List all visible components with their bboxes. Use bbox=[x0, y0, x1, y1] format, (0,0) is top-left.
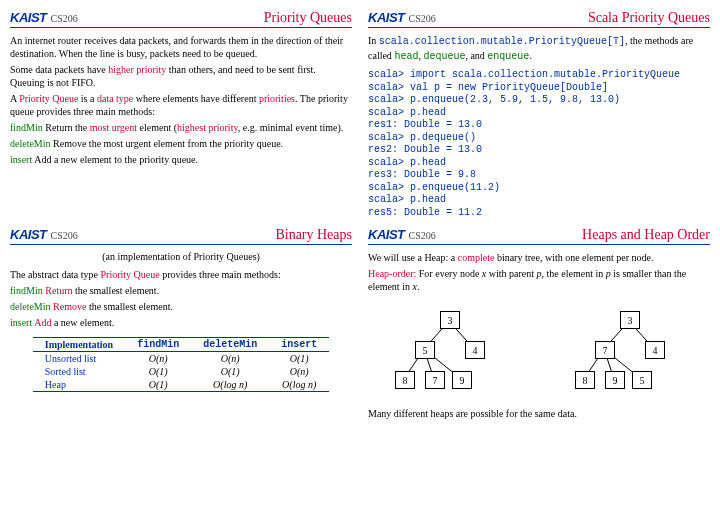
tree-node: 3 bbox=[440, 311, 460, 329]
th-insert: insert bbox=[269, 338, 329, 352]
paragraph: An internet router receives data packets… bbox=[10, 34, 352, 60]
kaist-logo: KAIST bbox=[10, 227, 47, 242]
table-row: Heap O(1) O(log n) O(log n) bbox=[33, 378, 329, 392]
slide-body: In scala.collection.mutable.PriorityQueu… bbox=[368, 34, 710, 219]
paragraph: We will use a Heap: a complete binary tr… bbox=[368, 251, 710, 264]
tree-node: 9 bbox=[605, 371, 625, 389]
method-deletemin: deleteMin Remove the smallest element. bbox=[10, 300, 352, 313]
slide-scala-pq: KAIST CS206 Scala Priority Queues In sca… bbox=[368, 10, 710, 219]
tree-node: 9 bbox=[452, 371, 472, 389]
heap-tree-1: 3 5 4 8 7 9 bbox=[389, 307, 509, 397]
course-code: CS206 bbox=[51, 13, 78, 24]
kaist-logo: KAIST bbox=[368, 227, 405, 242]
tree-node: 8 bbox=[575, 371, 595, 389]
slide-header: KAIST CS206 Heaps and Heap Order bbox=[368, 227, 710, 245]
subtitle: (an implementation of Priority Queues) bbox=[10, 251, 352, 262]
slide-body: (an implementation of Priority Queues) T… bbox=[10, 251, 352, 392]
tree-node: 4 bbox=[645, 341, 665, 359]
slide-binary-heaps: KAIST CS206 Binary Heaps (an implementat… bbox=[10, 227, 352, 423]
tree-node: 7 bbox=[595, 341, 615, 359]
th-impl: Implementation bbox=[33, 338, 125, 352]
heap-trees: 3 5 4 8 7 9 3 7 4 8 9 5 bbox=[368, 307, 710, 397]
code-block: scala> import scala.collection.mutable.P… bbox=[368, 69, 710, 219]
method-insert: insert Add a new element. bbox=[10, 316, 352, 329]
course-code: CS206 bbox=[51, 230, 78, 241]
method-findmin: findMin Return the smallest element. bbox=[10, 284, 352, 297]
heap-tree-2: 3 7 4 8 9 5 bbox=[569, 307, 689, 397]
tree-node: 7 bbox=[425, 371, 445, 389]
slide-body: We will use a Heap: a complete binary tr… bbox=[368, 251, 710, 420]
slide-priority-queues: KAIST CS206 Priority Queues An internet … bbox=[10, 10, 352, 219]
kaist-logo: KAIST bbox=[10, 10, 47, 25]
slide-title: Binary Heaps bbox=[78, 227, 352, 243]
tree-node: 3 bbox=[620, 311, 640, 329]
paragraph: Heap-order: For every node x with parent… bbox=[368, 267, 710, 293]
method-insert: insert Add a new element to the priority… bbox=[10, 153, 352, 166]
th-deletemin: deleteMin bbox=[191, 338, 269, 352]
paragraph: Many different heaps are possible for th… bbox=[368, 407, 710, 420]
paragraph: Some data packets have higher priority t… bbox=[10, 63, 352, 89]
slide-body: An internet router receives data packets… bbox=[10, 34, 352, 166]
course-code: CS206 bbox=[409, 13, 436, 24]
tree-node: 4 bbox=[465, 341, 485, 359]
kaist-logo: KAIST bbox=[368, 10, 405, 25]
paragraph: A Priority Queue is a data type where el… bbox=[10, 92, 352, 118]
slide-header: KAIST CS206 Binary Heaps bbox=[10, 227, 352, 245]
method-deletemin: deleteMin Remove the most urgent element… bbox=[10, 137, 352, 150]
slide-title: Scala Priority Queues bbox=[436, 10, 710, 26]
slide-header: KAIST CS206 Priority Queues bbox=[10, 10, 352, 28]
paragraph: In scala.collection.mutable.PriorityQueu… bbox=[368, 34, 710, 63]
slide-title: Heaps and Heap Order bbox=[436, 227, 710, 243]
tree-node: 8 bbox=[395, 371, 415, 389]
table-row: Sorted list O(1) O(1) O(n) bbox=[33, 365, 329, 378]
course-code: CS206 bbox=[409, 230, 436, 241]
method-findmin: findMin Return the most urgent element (… bbox=[10, 121, 352, 134]
complexity-table: Implementation findMin deleteMin insert … bbox=[33, 337, 329, 392]
tree-node: 5 bbox=[415, 341, 435, 359]
th-findmin: findMin bbox=[125, 338, 191, 352]
tree-node: 5 bbox=[632, 371, 652, 389]
slide-title: Priority Queues bbox=[78, 10, 352, 26]
table-row: Unsorted list O(n) O(n) O(1) bbox=[33, 352, 329, 366]
slide-heap-order: KAIST CS206 Heaps and Heap Order We will… bbox=[368, 227, 710, 423]
slide-header: KAIST CS206 Scala Priority Queues bbox=[368, 10, 710, 28]
page-grid: KAIST CS206 Priority Queues An internet … bbox=[10, 10, 710, 423]
paragraph: The abstract data type Priority Queue pr… bbox=[10, 268, 352, 281]
